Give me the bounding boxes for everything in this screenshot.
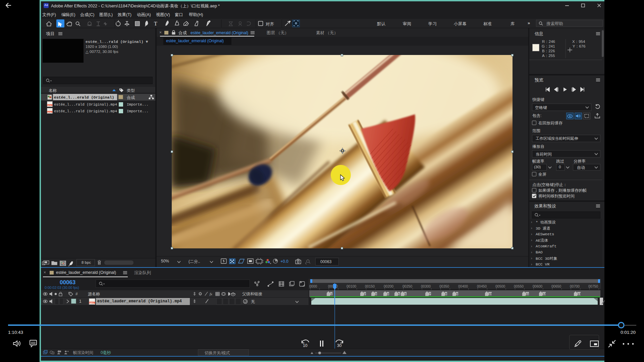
svg-text:+0.0: +0.0 [280, 259, 288, 264]
svg-text:13: 13 [578, 292, 581, 296]
svg-text:对齐: 对齐 [266, 22, 274, 26]
svg-text:12: 12 [543, 292, 546, 296]
svg-text:6: 6 [405, 292, 406, 296]
svg-text:3: 3 [375, 292, 377, 296]
svg-text:1: 1 [330, 292, 332, 296]
svg-text:10: 10 [489, 292, 492, 296]
svg-text:MP4: MP4 [90, 302, 94, 304]
svg-text:7: 7 [429, 292, 431, 296]
svg-text:9: 9 [456, 292, 458, 296]
svg-text:fx: fx [210, 292, 212, 296]
svg-text:8: 8 [445, 292, 447, 296]
svg-text:30: 30 [337, 343, 342, 348]
svg-text:4: 4 [387, 292, 389, 296]
svg-text:2: 2 [364, 292, 366, 296]
svg-text:11: 11 [526, 292, 529, 296]
svg-text:5: 5 [398, 292, 400, 296]
svg-text:10: 10 [303, 343, 308, 348]
svg-text:T: T [154, 21, 157, 26]
